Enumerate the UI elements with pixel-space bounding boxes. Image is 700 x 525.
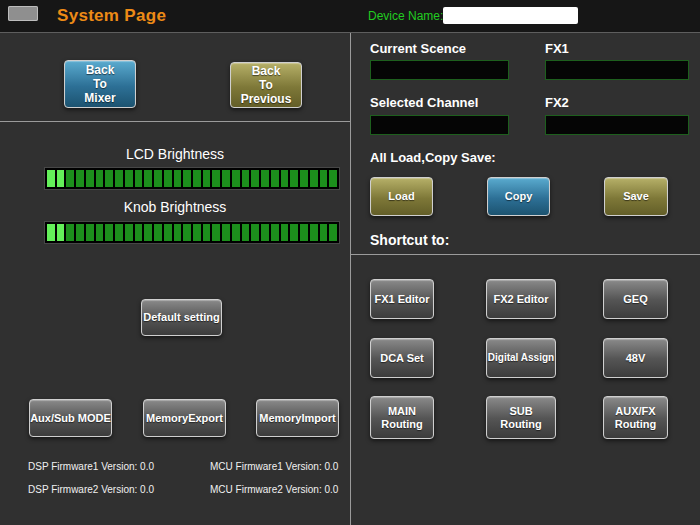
device-name-label: Device Name:	[368, 9, 443, 23]
memory-export-button[interactable]: MemoryExport	[143, 399, 226, 437]
selected-channel-label: Selected Channel	[370, 95, 478, 110]
current-scene-value	[370, 60, 509, 80]
fx1-value	[545, 60, 689, 80]
copy-button[interactable]: Copy	[487, 177, 550, 216]
header-indicator	[8, 6, 38, 21]
current-scene-label: Current Scence	[370, 41, 466, 56]
left-panel: Back To Mixer Back To Previous LCD Brigh…	[0, 33, 350, 525]
shortcut-divider	[351, 254, 700, 255]
back-to-previous-button[interactable]: Back To Previous	[230, 62, 302, 108]
device-name-input[interactable]	[443, 7, 578, 24]
load-button[interactable]: Load	[370, 177, 433, 216]
fx2-editor-button[interactable]: FX2 Editor	[486, 279, 556, 319]
back-to-mixer-button[interactable]: Back To Mixer	[64, 60, 136, 108]
dsp-firmware1-version: DSP Firmware1 Version: 0.0	[28, 461, 154, 472]
dsp-firmware2-version: DSP Firmware2 Version: 0.0	[28, 484, 154, 495]
fx1-label: FX1	[545, 41, 569, 56]
sub-routing-button[interactable]: SUB Routing	[486, 396, 556, 439]
knob-brightness-meter[interactable]	[44, 221, 340, 244]
shortcut-to-label: Shortcut to:	[370, 232, 449, 248]
fx2-label: FX2	[545, 95, 569, 110]
right-panel: Current Scence FX1 Selected Channel FX2 …	[351, 33, 700, 525]
aux-fx-routing-button[interactable]: AUX/FX Routing	[603, 396, 668, 439]
fx1-editor-button[interactable]: FX1 Editor	[370, 279, 434, 319]
knob-brightness-label: Knob Brightness	[0, 199, 350, 215]
aux-sub-mode-button[interactable]: Aux/Sub MODE	[29, 399, 112, 437]
system-page: System Page Device Name: Back To Mixer B…	[0, 0, 700, 525]
selected-channel-value	[370, 115, 509, 135]
all-load-copy-save-label: All Load,Copy Save:	[370, 150, 496, 165]
left-section-divider	[0, 121, 350, 122]
lcd-brightness-meter[interactable]	[44, 167, 340, 190]
mcu-firmware1-version: MCU Firmware1 Version: 0.0	[210, 461, 338, 472]
save-button[interactable]: Save	[604, 177, 668, 216]
fx2-value	[545, 115, 689, 135]
header-bar: System Page Device Name:	[0, 0, 700, 33]
geq-button[interactable]: GEQ	[603, 279, 668, 319]
default-setting-button[interactable]: Default setting	[141, 299, 222, 336]
digital-assign-button[interactable]: Digital Assign	[486, 338, 556, 378]
mcu-firmware2-version: MCU Firmware2 Version: 0.0	[210, 484, 338, 495]
48v-button[interactable]: 48V	[603, 338, 668, 378]
memory-import-button[interactable]: MemoryImport	[256, 399, 339, 437]
lcd-brightness-label: LCD Brightness	[0, 146, 350, 162]
dca-set-button[interactable]: DCA Set	[370, 338, 434, 378]
page-title: System Page	[57, 6, 166, 26]
main-routing-button[interactable]: MAIN Routing	[370, 396, 434, 439]
